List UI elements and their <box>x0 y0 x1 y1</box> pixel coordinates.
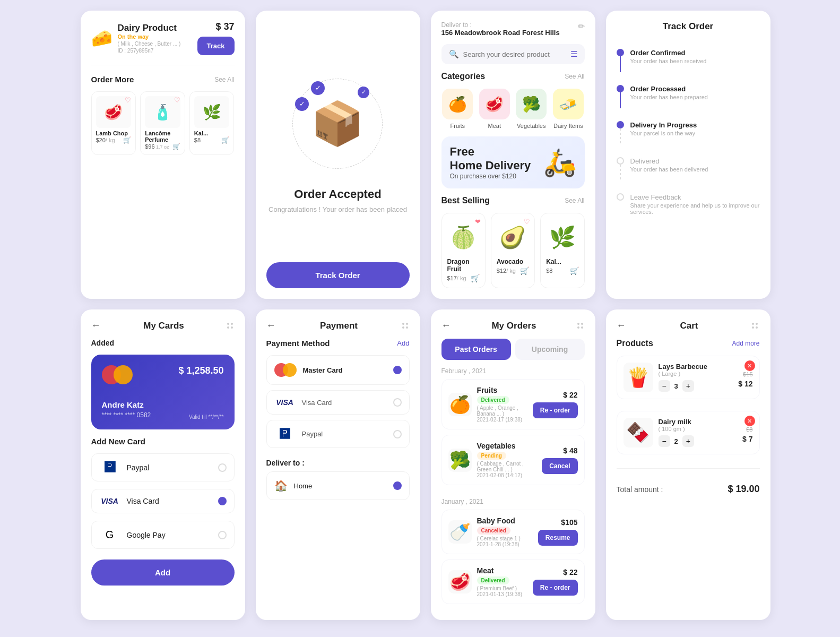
heart-icon-0[interactable]: ♡ <box>125 96 131 104</box>
product-price-1: $96 1.7 oz <box>145 143 169 150</box>
mastercard-item[interactable]: Master Card <box>266 355 410 385</box>
add-payment-btn[interactable]: Add <box>397 339 409 347</box>
cat-meat[interactable]: 🥩 Meat <box>478 89 511 129</box>
cart-back-arrow[interactable]: ← <box>617 320 626 331</box>
product-item-1[interactable]: ♡ 🧴 Lancôme Perfume $96 1.7 oz 🛒 <box>140 91 185 155</box>
cart-qty-dairy: − 2 + <box>659 435 738 447</box>
orders-back-arrow[interactable]: ← <box>441 320 451 331</box>
cat-dairy[interactable]: 🧈 Dairy Items <box>552 89 585 129</box>
home-radio[interactable] <box>393 481 402 490</box>
cards-back-arrow[interactable]: ← <box>91 320 101 331</box>
cart-best-2[interactable]: 🛒 <box>570 266 579 275</box>
add-more-btn[interactable]: Add more <box>732 340 759 347</box>
search-input[interactable] <box>463 50 566 58</box>
paypal-payment-radio[interactable] <box>393 430 402 438</box>
remove-lays-btn[interactable]: ✕ <box>744 360 755 371</box>
track-button[interactable]: Track <box>197 37 235 55</box>
tab-past-orders[interactable]: Past Orders <box>441 339 511 360</box>
cart-img-dairy: 🍫 <box>623 418 653 447</box>
track-order-title: Track Order <box>617 21 760 32</box>
mastercard-radio[interactable] <box>393 366 402 374</box>
cart-menu-icon[interactable] <box>752 323 759 329</box>
visa-item[interactable]: VISA Visa Card <box>266 390 410 415</box>
googlepay-radio[interactable] <box>218 531 227 539</box>
promo-text: FreeHome Delivery On purchase over $120 <box>450 145 531 180</box>
cart-icon-1[interactable]: 🛒 <box>172 143 180 150</box>
payment-back-arrow[interactable]: ← <box>266 320 276 331</box>
qty-plus-lays[interactable]: + <box>682 380 694 392</box>
order-more-see-all[interactable]: See All <box>214 76 234 83</box>
qty-plus-dairy[interactable]: + <box>682 435 694 447</box>
step-3: Delivered Your order has been delivered <box>617 151 760 187</box>
heart-icon-1[interactable]: ♡ <box>174 96 180 104</box>
best-product-0[interactable]: ❤ 🍈 Dragon Fruit $17/ kg 🛒 <box>441 213 486 288</box>
best-product-1[interactable]: ♡ 🥑 Avocado $12/ kg 🛒 <box>491 213 535 288</box>
qty-minus-lays[interactable]: − <box>659 380 670 392</box>
step-desc-1: Your order has been prepared <box>630 94 708 100</box>
product-item-0[interactable]: ♡ 🥩 Lamb Chop $20/ kg 🛒 <box>91 91 136 155</box>
remove-dairy-btn[interactable]: ✕ <box>744 416 755 426</box>
cart-best-0[interactable]: 🛒 <box>471 274 480 282</box>
order-meat[interactable]: 🥩 Meat Delivered ( Premium Beef ) 2021-0… <box>441 559 585 604</box>
cat-vegetables[interactable]: 🥦 Vegetables <box>515 89 548 129</box>
cart-icon-0[interactable]: 🛒 <box>123 136 131 144</box>
track-order-button[interactable]: Track Order <box>266 262 410 288</box>
qty-minus-dairy[interactable]: − <box>659 435 670 447</box>
order-fruits[interactable]: 🍊 Fruits Delivered ( Apple , Orange , Ba… <box>441 379 585 429</box>
step-circle-1 <box>617 85 624 92</box>
order-babyfood[interactable]: 🍼 Baby Food Cancelled ( Cerelac stage 1 … <box>441 510 585 554</box>
filter-icon[interactable]: ☰ <box>570 49 577 59</box>
cart-products-title: Products <box>617 339 653 348</box>
best-selling-see-all[interactable]: See All <box>565 197 584 204</box>
paypal-radio[interactable] <box>218 463 227 472</box>
google-icon: G <box>99 529 120 541</box>
step-circle-3 <box>617 157 624 165</box>
order-price-fruits: $ 22 <box>563 391 577 399</box>
product-item-2[interactable]: 🌿 Kal... $8 🛒 <box>189 91 235 155</box>
cart-icon-2[interactable]: 🛒 <box>221 136 229 144</box>
step-2: Delivery In Progress Your parcel is on t… <box>617 115 760 151</box>
order-name-babyfood: Baby Food <box>477 517 533 525</box>
googlepay-option[interactable]: G Google Pay <box>91 521 235 549</box>
cart-best-1[interactable]: 🛒 <box>520 266 529 275</box>
orders-menu-icon[interactable] <box>577 323 585 329</box>
payment-menu-icon[interactable] <box>402 323 410 329</box>
cancel-vegetables-btn[interactable]: Cancel <box>542 458 577 474</box>
home-deliver-option[interactable]: 🏠 Home <box>266 471 410 500</box>
dairy-panel: 🧀 Dairy Product On the way ( Milk , Chee… <box>81 11 245 299</box>
tab-upcoming[interactable]: Upcoming <box>515 339 585 360</box>
best-name-2: Kal... <box>546 258 578 265</box>
add-card-button[interactable]: Add <box>91 559 235 586</box>
dairy-icon: 🧀 <box>91 28 112 48</box>
paypal-item[interactable]: 🅿 Paypal <box>266 420 410 448</box>
order-vegetables[interactable]: 🥦 Vegetables Pending ( Cabbage , Carrot … <box>441 435 585 485</box>
visa-payment-radio[interactable] <box>393 398 402 407</box>
heart-best-1[interactable]: ♡ <box>524 218 530 226</box>
resume-babyfood-btn[interactable]: Resume <box>538 530 578 546</box>
visa-radio[interactable] <box>218 497 227 505</box>
edit-icon[interactable]: ✏ <box>578 21 585 31</box>
search-bar[interactable]: 🔍 ☰ <box>441 44 585 64</box>
cards-menu-icon[interactable] <box>227 323 235 329</box>
visa-option[interactable]: VISA Visa Card <box>91 489 235 513</box>
cart-qty-lays: − 3 + <box>659 380 733 392</box>
orders-section-jan: January , 2021 🍼 Baby Food Cancelled ( C… <box>441 498 585 609</box>
step-indicator-2 <box>617 121 624 144</box>
reorder-meat-btn[interactable]: Re - order <box>533 580 578 596</box>
step-circle-2 <box>617 121 624 128</box>
cart-name-dairy: Dairy milk <box>659 418 738 426</box>
cards-nav: ← My Cards <box>91 320 235 331</box>
categories-see-all[interactable]: See All <box>565 73 584 80</box>
best-products-grid: ❤ 🍈 Dragon Fruit $17/ kg 🛒 ♡ 🥑 Avocado $… <box>441 213 585 288</box>
best-product-2[interactable]: 🌿 Kal... $8 🛒 <box>540 213 584 288</box>
order-more-title: Order More <box>91 75 134 84</box>
payment-method-title: Payment Method <box>266 339 330 348</box>
order-info-vegetables: Vegetables Pending ( Cabbage , Carrot , … <box>477 442 537 478</box>
cart-total: Total amount : $ 19.00 <box>617 484 760 495</box>
paypal-option[interactable]: 🅿 Paypal <box>91 453 235 481</box>
order-name-fruits: Fruits <box>477 386 527 394</box>
order-desc-meat: ( Premium Beef ) <box>477 586 527 591</box>
cat-fruits[interactable]: 🍊 Fruits <box>441 89 474 129</box>
heart-best-0[interactable]: ❤ <box>475 218 481 226</box>
reorder-fruits-btn[interactable]: Re - order <box>533 402 578 418</box>
